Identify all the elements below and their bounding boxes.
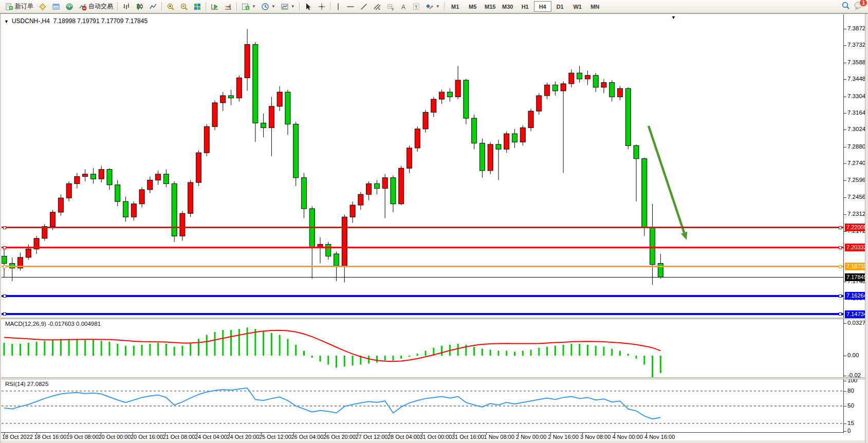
main-chart-canvas[interactable]: [2, 14, 843, 318]
time-tick-label: 19 Oct 08:00: [66, 434, 99, 440]
line-handle[interactable]: [3, 265, 6, 268]
zoom-out-button[interactable]: [177, 1, 191, 12]
price-tick: [844, 45, 846, 46]
timeframe-d1[interactable]: D1: [551, 1, 569, 12]
toolbar-separator: [444, 2, 445, 11]
line-handle[interactable]: [839, 265, 842, 268]
line-handle[interactable]: [839, 246, 842, 249]
indicators-icon: [242, 3, 250, 11]
notifications-button[interactable]: 1: [854, 1, 864, 12]
chart-shift-marker[interactable]: ▼: [671, 15, 676, 20]
fibonacci-tool-button[interactable]: F: [384, 1, 397, 12]
price-tick: [844, 147, 846, 147]
new-order-button[interactable]: 新订单: [3, 1, 36, 12]
time-tick-label: 18 Oct 16:00: [34, 434, 67, 440]
macd-canvas[interactable]: [2, 319, 843, 377]
timeframe-h4[interactable]: H4: [534, 1, 551, 12]
line-handle[interactable]: [839, 294, 842, 298]
price-tick: [844, 130, 846, 130]
market-watch-button[interactable]: [36, 1, 49, 12]
zoom-in-button[interactable]: [164, 1, 177, 12]
horizontal-level-line[interactable]: [2, 247, 843, 248]
indicators-button[interactable]: ▼: [239, 1, 258, 12]
notification-badge: 1: [859, 0, 867, 7]
arrows-tool-button[interactable]: ▼: [423, 1, 442, 12]
chart-title: ▼USDCNH-,H4 7.18998 7.19791 7.17709 7.17…: [4, 17, 147, 25]
toolbar: 新订单 自动交易: [0, 0, 868, 13]
templates-button[interactable]: ▼: [278, 1, 298, 12]
mt4-window: 新订单 自动交易: [0, 0, 868, 443]
horizontal-level-line[interactable]: [2, 295, 843, 297]
text-tool-button[interactable]: A: [397, 1, 410, 12]
pane-separator[interactable]: [0, 377, 868, 379]
timeframe-w1[interactable]: W1: [569, 1, 586, 12]
macd-tick: [844, 356, 846, 356]
rsi-tick-label: 0: [847, 428, 851, 434]
new-order-label: 新订单: [15, 2, 33, 11]
time-tick-label: 2 Nov 16:00: [548, 434, 579, 440]
chevron-down-icon: ▼: [291, 4, 295, 9]
time-tick-label: 2 Nov 00:00: [516, 434, 546, 440]
bar-chart-button[interactable]: [120, 1, 133, 12]
timeframe-m30[interactable]: M30: [499, 1, 516, 12]
price-tick: [844, 97, 846, 97]
vertical-line-tool-button[interactable]: [333, 1, 344, 12]
auto-trading-button[interactable]: 自动交易: [76, 1, 116, 12]
tester-icon: [65, 3, 73, 11]
line-handle[interactable]: [3, 294, 6, 298]
horizontal-level-line[interactable]: [2, 266, 843, 267]
time-tick-label: 25 Oct 12:00: [259, 434, 291, 440]
line-handle[interactable]: [3, 246, 6, 249]
rsi-canvas[interactable]: [2, 379, 843, 432]
auto-scroll-button[interactable]: [208, 1, 221, 12]
horizontal-level-line[interactable]: [2, 313, 843, 315]
horizontal-line-icon: [346, 3, 355, 11]
cursor-tool-button[interactable]: [302, 1, 315, 12]
rsi-label: RSI(14) 27.0825: [5, 381, 48, 387]
time-tick-label: 3 Nov 08:00: [580, 434, 611, 440]
price-tick: [844, 113, 846, 114]
zoom-out-icon: [180, 3, 188, 11]
candlestick-chart-button[interactable]: [133, 1, 146, 12]
auto-trading-icon: [79, 3, 87, 11]
crosshair-tool-button[interactable]: [315, 1, 328, 12]
timeframe-h1[interactable]: H1: [516, 1, 534, 12]
window-right-strip: [865, 14, 868, 443]
line-chart-button[interactable]: [146, 1, 160, 12]
tile-windows-button[interactable]: [191, 1, 204, 12]
line-handle[interactable]: [3, 226, 6, 229]
chart-window[interactable]: ▼USDCNH-,H4 7.18998 7.19791 7.17709 7.17…: [0, 13, 868, 443]
timeframe-m5[interactable]: M5: [464, 1, 482, 12]
text-label-icon: T: [412, 3, 420, 11]
rsi-tick-label: 15: [847, 420, 854, 426]
trendline-tool-button[interactable]: [357, 1, 371, 12]
line-chart-icon: [149, 3, 157, 11]
candlestick-chart-icon: [136, 3, 144, 11]
time-tick-label: 20 Oct 16:00: [131, 434, 163, 440]
line-handle[interactable]: [3, 312, 6, 316]
crosshair-icon: [318, 3, 326, 11]
toolbar-separator: [117, 2, 118, 11]
strategy-tester-button[interactable]: [63, 1, 76, 12]
horizontal-level-line[interactable]: [2, 227, 843, 228]
timeframe-m1[interactable]: M1: [447, 1, 464, 12]
symbol-menu-icon[interactable]: ▼: [4, 19, 9, 24]
line-handle[interactable]: [839, 312, 842, 316]
cursor-icon: [304, 3, 312, 11]
pane-separator[interactable]: [0, 318, 868, 319]
periods-icon: [261, 3, 269, 11]
search-icon[interactable]: [841, 1, 851, 12]
periods-button[interactable]: ▼: [258, 1, 278, 12]
data-window-button[interactable]: [49, 1, 63, 12]
rsi-tick: [844, 431, 846, 432]
timeframe-mn[interactable]: MN: [586, 1, 604, 12]
text-icon: A: [400, 3, 407, 11]
price-tick: [844, 180, 846, 181]
horizontal-line-tool-button[interactable]: [344, 1, 357, 12]
chart-shift-button[interactable]: [221, 1, 235, 12]
channel-tool-button[interactable]: E: [371, 1, 384, 12]
line-handle[interactable]: [839, 226, 842, 229]
auto-scroll-icon: [211, 3, 219, 11]
text-label-tool-button[interactable]: T: [410, 1, 423, 12]
timeframe-m15[interactable]: M15: [482, 1, 499, 12]
